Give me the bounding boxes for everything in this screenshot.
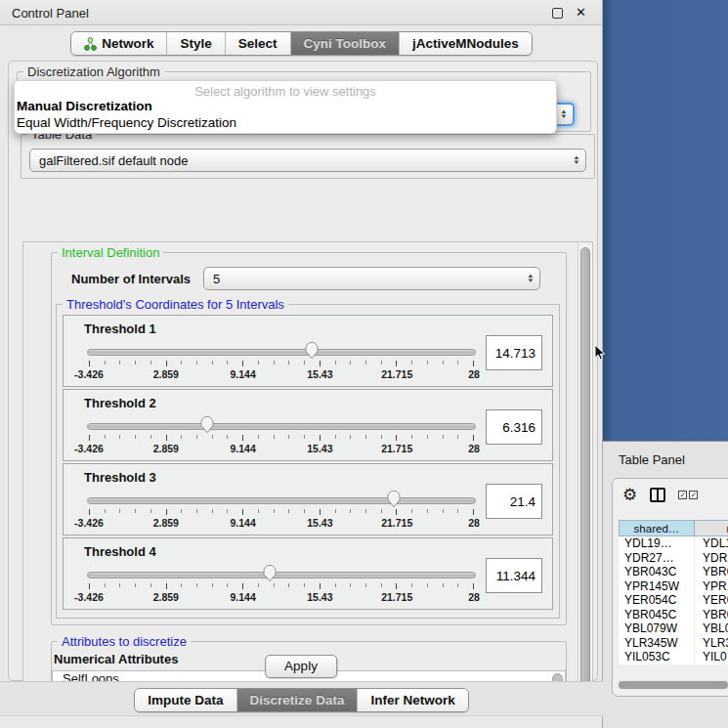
combobox-stepper-icon: ▲▼ [522, 274, 539, 283]
table-cell: YBR0 [695, 565, 728, 579]
tick-mark [242, 361, 243, 366]
table-cell: YDL19… [619, 536, 695, 551]
tab-group: NetworkStyleSelectCyni ToolboxjActiveMNo… [70, 31, 533, 56]
table-row[interactable]: YIL053CYIL0 [619, 650, 728, 664]
table-row[interactable]: YDR27…YDR2 [619, 551, 728, 566]
table-row[interactable]: YBR043CYBR0 [619, 565, 728, 579]
select-columns-icon[interactable]: ✓ ✓ [678, 491, 698, 499]
tick-label: 9.144 [230, 368, 255, 380]
threshold-value-field[interactable]: 6.316 [486, 409, 542, 445]
slider-thumb[interactable] [200, 415, 215, 434]
tick-label: -3.426 [74, 443, 104, 454]
table-row[interactable]: YPR145WYPR1 [619, 579, 728, 594]
tick-mark [166, 509, 167, 515]
tab-discretize-data[interactable]: Discretize Data [237, 689, 359, 711]
table-cell: YBL079W [619, 621, 695, 636]
table-row[interactable]: YDL19…YDL1 [619, 536, 728, 551]
tick-mark [89, 509, 90, 515]
slider-track[interactable] [87, 423, 476, 430]
table-column-header[interactable]: shared… [620, 521, 695, 535]
table-cell: YLR3 [695, 636, 728, 651]
threshold-slider[interactable]: -3.4262.8599.14415.4321.71528 [87, 562, 476, 607]
tick-label: 2.859 [153, 517, 179, 529]
float-window-icon[interactable] [552, 8, 563, 19]
tick-mark [166, 435, 167, 441]
table-cell: YER054C [619, 593, 695, 608]
tab-select[interactable]: Select [226, 32, 291, 55]
combobox-stepper-icon: ▲▼ [568, 155, 585, 165]
tick-label: -3.426 [74, 591, 104, 603]
thresholds-group-title: Threshold's Coordinates for 5 Intervals [63, 297, 288, 312]
tab-jactivemnodules[interactable]: jActiveMNodules [400, 32, 532, 55]
tick-mark [227, 583, 228, 587]
tick-label: 28 [468, 368, 480, 380]
tab-network[interactable]: Network [71, 32, 167, 55]
tick-mark [381, 583, 382, 587]
table-row[interactable]: YLR345WYLR3 [619, 636, 728, 651]
tick-mark [150, 583, 151, 587]
tick-label: 9.144 [230, 443, 255, 454]
tick-mark [181, 583, 182, 587]
dropdown-option[interactable]: Manual Discretization [15, 98, 556, 114]
table-cell: YIL053C [619, 650, 695, 664]
tick-mark [196, 509, 197, 513]
slider-thumb[interactable] [387, 490, 402, 508]
tick-mark [365, 435, 366, 439]
tab-label: Discretize Data [250, 693, 345, 707]
tick-mark [105, 509, 106, 513]
tick-mark [212, 361, 213, 364]
tick-mark [181, 361, 182, 364]
node-table: shared…na YDL19…YDL1YDR27…YDR2YBR043CYBR… [619, 520, 728, 664]
table-cell: YDR2 [695, 551, 728, 566]
settings-vertical-scrollbar[interactable] [578, 242, 592, 707]
tab-infer-network[interactable]: Infer Network [358, 689, 467, 711]
table-panel-title: Table Panel [619, 452, 685, 467]
apply-button[interactable]: Apply [265, 655, 337, 678]
close-panel-icon[interactable]: ✕ [576, 5, 586, 20]
tab-label: Style [180, 36, 211, 51]
tab-cyni-toolbox[interactable]: Cyni Toolbox [291, 32, 401, 55]
tab-label: Impute Data [148, 693, 223, 707]
slider-track[interactable] [87, 572, 476, 578]
tick-mark [181, 435, 182, 439]
table-row[interactable]: YBR045CYBR0 [619, 608, 728, 622]
tick-mark [227, 361, 228, 364]
table-cell: YDR27… [619, 551, 695, 566]
tick-mark [288, 583, 289, 587]
threshold-slider[interactable]: -3.4262.8599.14415.4321.71528 [87, 488, 476, 533]
table-row[interactable]: YBL079WYBL0 [619, 621, 728, 636]
table-column-header[interactable]: na [695, 521, 728, 535]
tick-mark [304, 583, 305, 587]
table-horizontal-scrollbar[interactable] [617, 680, 728, 690]
table-row[interactable]: YER054CYER0 [619, 593, 728, 608]
scrollbar-thumb[interactable] [580, 247, 590, 693]
tick-label: 15.43 [307, 368, 332, 380]
table-data-combobox[interactable]: galFiltered.sif default node ▲▼ [29, 149, 586, 172]
slider-thumb[interactable] [304, 341, 319, 360]
settings-gear-icon[interactable]: ⚙ [622, 487, 637, 503]
number-of-intervals-combobox[interactable]: 5 ▲▼ [203, 267, 540, 290]
algorithm-dropdown-popup: Select algorithm to view settings Manual… [14, 80, 557, 134]
thresholds-group: Threshold's Coordinates for 5 Intervals … [56, 304, 560, 619]
tab-impute-data[interactable]: Impute Data [135, 689, 236, 711]
node-table-card: ⚙ ✓ ✓ shared…na YDL19…YDL1YDR27…YDR2YBR0… [612, 478, 728, 697]
threshold-value-field[interactable]: 11.344 [486, 558, 542, 593]
tick-mark [196, 583, 197, 587]
threshold-value-field[interactable]: 14.713 [486, 335, 542, 370]
tick-mark [350, 509, 351, 513]
slider-track[interactable] [87, 497, 476, 504]
threshold-value-field[interactable]: 21.4 [486, 484, 542, 519]
slider-thumb[interactable] [263, 564, 278, 582]
bottom-tab-group: Impute DataDiscretize DataInfer Network [134, 688, 468, 712]
tab-style[interactable]: Style [167, 32, 225, 55]
tick-mark [335, 583, 336, 587]
table-header-row: shared…na [619, 520, 728, 536]
split-columns-icon[interactable] [650, 488, 665, 502]
scrollbar-thumb[interactable] [619, 681, 728, 689]
threshold-slider[interactable]: -3.4262.8599.14415.4321.71528 [87, 413, 476, 458]
dropdown-option[interactable]: Equal Width/Frequency Discretization [15, 114, 556, 131]
slider-track[interactable] [87, 349, 476, 356]
tick-mark [150, 435, 151, 439]
tick-mark [258, 509, 259, 513]
threshold-slider[interactable]: -3.4262.8599.14415.4321.71528 [87, 339, 476, 384]
